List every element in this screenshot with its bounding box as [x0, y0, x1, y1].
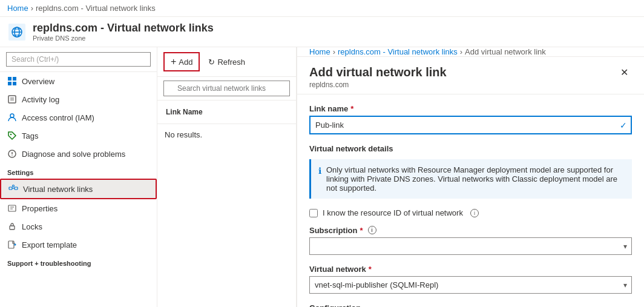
- sidebar-item-diagnose[interactable]: Diagnose and solve problems: [0, 145, 157, 163]
- panel-header: Add virtual network link repldns.com ✕: [297, 57, 644, 94]
- svg-point-14: [10, 134, 12, 135]
- locks-icon: [7, 222, 17, 231]
- support-section-header: Support + troubleshooting: [0, 254, 157, 269]
- sidebar-item-activity-log[interactable]: Activity log: [0, 90, 157, 108]
- sidebar-item-overview-label: Overview: [22, 77, 54, 86]
- vnet-group: Virtual network * vnet-sql-mi-publisher …: [309, 265, 632, 294]
- vnet-links-icon: [8, 184, 18, 194]
- link-name-group: Link name * ✓: [309, 104, 632, 134]
- resource-id-info-icon: i: [470, 209, 479, 217]
- add-button[interactable]: + Add: [163, 52, 200, 71]
- info-box: ℹ Only virtual networks with Resource Ma…: [309, 159, 632, 199]
- resource-id-label: I know the resource ID of virtual networ…: [323, 208, 463, 217]
- sidebar-item-export-label: Export template: [22, 240, 77, 249]
- settings-section-header: Settings: [0, 163, 157, 179]
- subscription-info-icon: i: [368, 226, 376, 234]
- subscription-label: Subscription * i: [309, 226, 632, 235]
- configuration-section: Configuration Enable auto registration i: [309, 303, 632, 307]
- sidebar-item-export-template[interactable]: Export template: [0, 236, 157, 254]
- refresh-icon: ↻: [208, 58, 215, 67]
- subscription-select-wrap: ▾: [309, 237, 632, 255]
- resource-id-checkbox[interactable]: [309, 209, 318, 217]
- activity-log-icon: [7, 94, 17, 104]
- panel-breadcrumb-current: Add virtual network link: [465, 47, 546, 56]
- link-name-input-wrap: ✓: [309, 116, 632, 134]
- sidebar-item-tags-label: Tags: [22, 131, 38, 140]
- refresh-label: Refresh: [217, 58, 245, 67]
- svg-point-21: [13, 185, 15, 187]
- link-name-input[interactable]: [309, 116, 632, 134]
- no-results-message: No results.: [157, 124, 296, 145]
- sidebar-item-access-label: Access control (IAM): [22, 113, 94, 122]
- subscription-group: Subscription * i ▾: [309, 226, 632, 255]
- sidebar-search-input[interactable]: [6, 52, 151, 67]
- breadcrumb-sep1: ›: [31, 4, 33, 13]
- sidebar-item-properties-label: Properties: [22, 204, 58, 213]
- svg-point-17: [12, 155, 12, 156]
- vnet-label: Virtual network *: [309, 265, 632, 274]
- svg-rect-10: [8, 96, 16, 103]
- sidebar-item-overview[interactable]: Overview: [0, 72, 157, 90]
- middle-panel: + Add ↻ Refresh 🔍 Link Name: [157, 47, 297, 307]
- overview-icon: [7, 76, 17, 86]
- tags-icon: [7, 131, 17, 140]
- breadcrumb-resource: repldns.com - Virtual network links: [36, 4, 156, 13]
- right-panel: Home › repldns.com - Virtual network lin…: [297, 47, 644, 307]
- info-icon: ℹ: [318, 166, 321, 193]
- svg-rect-22: [8, 205, 16, 211]
- link-name-column-header: Link Name: [166, 105, 288, 119]
- svg-rect-9: [13, 82, 16, 85]
- panel-subtitle: repldns.com: [309, 81, 447, 89]
- title-bar: repldns.com - Virtual network links Priv…: [0, 17, 644, 47]
- sidebar-item-locks-label: Locks: [22, 222, 42, 231]
- sidebar-item-diagnose-label: Diagnose and solve problems: [22, 150, 125, 159]
- export-template-icon: [7, 240, 17, 249]
- sidebar-item-vnet-label: Virtual network links: [23, 185, 93, 194]
- panel-breadcrumb-resource[interactable]: repldns.com - Virtual network links: [338, 47, 458, 56]
- resource-id-checkbox-row: I know the resource ID of virtual networ…: [309, 208, 632, 217]
- input-checkmark-icon: ✓: [620, 120, 627, 130]
- link-name-label: Link name *: [309, 104, 632, 113]
- vnet-details-group: Virtual network details ℹ Only virtual n…: [309, 144, 632, 199]
- page-title: repldns.com - Virtual network links: [33, 22, 214, 35]
- breadcrumb-home[interactable]: Home: [7, 4, 28, 13]
- vnet-search-input[interactable]: [163, 81, 290, 96]
- toolbar: + Add ↻ Refresh: [157, 47, 296, 77]
- config-title: Configuration: [309, 303, 632, 307]
- vnet-details-title: Virtual network details: [309, 144, 632, 153]
- sidebar-search-wrap: [0, 47, 157, 72]
- sidebar-item-properties[interactable]: Properties: [0, 199, 157, 217]
- panel-body: Link name * ✓ Virtual network details ℹ …: [297, 94, 644, 307]
- sidebar: Overview Activity log Access control (IA…: [0, 47, 157, 307]
- page-subtitle: Private DNS zone: [33, 35, 214, 42]
- title-text: repldns.com - Virtual network links Priv…: [33, 22, 214, 42]
- panel-breadcrumb: Home › repldns.com - Virtual network lin…: [297, 47, 644, 57]
- vnet-select[interactable]: vnet-sql-mi-publisher (SQLMI-Repl): [309, 276, 632, 294]
- sidebar-item-activity-label: Activity log: [22, 95, 59, 104]
- sidebar-item-virtual-network-links[interactable]: Virtual network links: [0, 179, 157, 199]
- sidebar-item-tags[interactable]: Tags: [0, 127, 157, 145]
- svg-rect-7: [13, 77, 16, 81]
- diagnose-icon: [7, 149, 17, 159]
- svg-rect-18: [9, 187, 12, 190]
- vnet-select-wrap: vnet-sql-mi-publisher (SQLMI-Repl) ▾: [309, 276, 632, 294]
- add-label: Add: [179, 58, 192, 67]
- table-header: Link Name: [157, 101, 296, 124]
- svg-rect-8: [8, 82, 12, 85]
- panel-close-button[interactable]: ✕: [617, 65, 632, 79]
- panel-title: Add virtual network link: [309, 65, 447, 79]
- sidebar-item-locks[interactable]: Locks: [0, 217, 157, 236]
- subscription-select[interactable]: [309, 237, 632, 255]
- add-icon: +: [171, 56, 176, 67]
- svg-rect-25: [10, 226, 15, 229]
- svg-rect-19: [15, 187, 18, 190]
- svg-point-13: [10, 114, 14, 117]
- info-message: Only virtual networks with Resource Mana…: [326, 165, 625, 193]
- svg-rect-6: [8, 77, 12, 81]
- sidebar-item-access-control[interactable]: Access control (IAM): [0, 108, 157, 127]
- search-box-wrap: 🔍: [157, 77, 296, 101]
- properties-icon: [7, 203, 17, 213]
- access-control-icon: [7, 113, 17, 122]
- panel-breadcrumb-home[interactable]: Home: [309, 47, 330, 56]
- refresh-button[interactable]: ↻ Refresh: [202, 54, 251, 70]
